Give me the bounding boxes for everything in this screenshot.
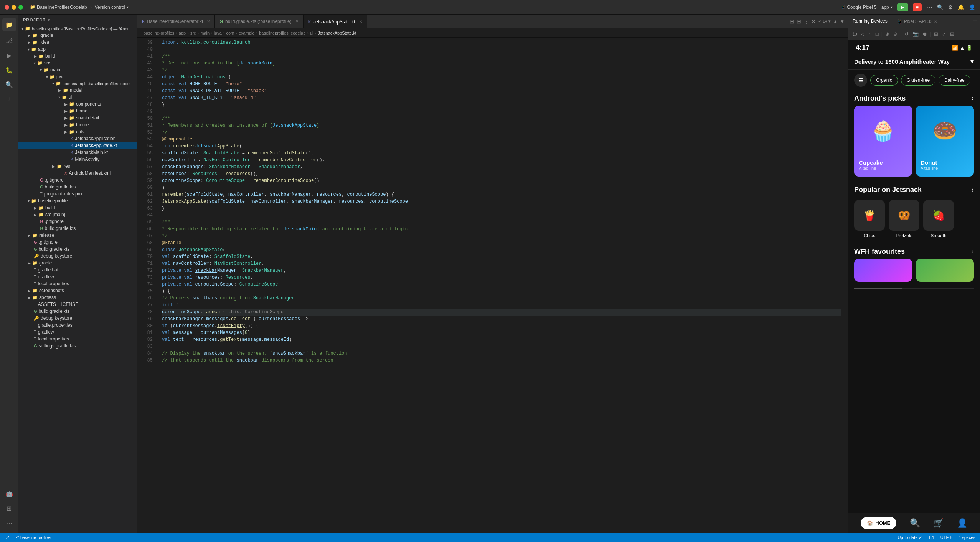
home-icon-toolbar[interactable]: ○ (868, 30, 873, 38)
add-device-button[interactable]: + (970, 15, 980, 28)
device-selector[interactable]: 📱 Google Pixel 5 (841, 5, 877, 10)
tree-item-settings-gradle[interactable]: G settings.gradle.kts (18, 342, 137, 349)
volume-up-icon[interactable]: ⊕ (884, 30, 891, 38)
popular-arrow-icon[interactable]: › (972, 186, 974, 194)
tree-item-main[interactable]: ▾ 📁 main (18, 66, 137, 73)
tree-item-utils[interactable]: ▶ 📁 utils (18, 128, 137, 135)
tree-item-gradlew[interactable]: T gradlew (18, 273, 137, 280)
tree-item-jetsnackapplication[interactable]: K JetsnackApplication (18, 135, 137, 142)
rotate-icon[interactable]: ↺ (903, 30, 910, 38)
tree-item-java[interactable]: ▾ 📁 java (18, 73, 137, 80)
tree-item-spotless[interactable]: ▶ 📁 spotless (18, 294, 137, 301)
filter-chip-gluten[interactable]: Gluten-free (901, 75, 935, 86)
tree-item-baselineprofile[interactable]: ▾ 📁 baselineprofile (18, 197, 137, 204)
tree-item-jetsnackappstate[interactable]: K JetsnackAppState.kt (18, 142, 137, 149)
profile-nav-icon[interactable]: 👤 (957, 518, 967, 528)
tree-item-local-props[interactable]: T local.properties (18, 280, 137, 287)
tree-item-root-gitignore[interactable]: G .gitignore (18, 239, 137, 246)
activity-icon-project[interactable]: 📁 (2, 18, 16, 31)
picks-arrow-icon[interactable]: › (972, 94, 974, 102)
more-icon[interactable]: ⋯ (926, 3, 932, 11)
stop-button[interactable]: ■ (913, 3, 922, 11)
tab-baselineprofile-generator[interactable]: K BaselineProfileGenerator.kt ✕ (137, 15, 215, 28)
tab-close-3[interactable]: ✕ (359, 20, 362, 24)
activity-icon-search[interactable]: 🔍 (2, 78, 16, 91)
filter-chip-dairy[interactable]: Dairy-free (939, 75, 970, 86)
tree-item-gradlew-bat[interactable]: T gradle.bat (18, 266, 137, 273)
activity-icon-git[interactable]: ± (2, 92, 16, 106)
activity-icon-run[interactable]: ▶ (2, 48, 16, 62)
tree-item-build-gradle-app[interactable]: G build.gradle.kts (18, 183, 137, 190)
cupcake-card[interactable]: 🧁 Cupcake A tag line (854, 106, 912, 177)
screen-record-icon[interactable]: ⏺ (921, 30, 929, 38)
tree-item-proguard[interactable]: T proguard-rules.pro (18, 190, 137, 197)
notifications-icon[interactable]: 🔔 (958, 4, 964, 10)
activity-icon-vcs[interactable]: ⎇ (2, 34, 16, 48)
tree-item-jetsnackmain[interactable]: K JetsnackMain.kt (18, 149, 137, 156)
tab-close-1[interactable]: ✕ (207, 19, 210, 23)
tree-item-screenshots[interactable]: ▶ 📁 screenshots (18, 287, 137, 294)
screenshot-icon[interactable]: 📷 (911, 30, 920, 38)
tree-item-root-gradle[interactable]: G build.gradle.kts (18, 246, 137, 253)
run-button[interactable]: ▶ (897, 3, 908, 11)
tree-item-bp-src[interactable]: ▶ 📁 src [main] (18, 211, 137, 218)
tree-item-bp-gitignore[interactable]: G .gitignore (18, 218, 137, 225)
git-branch-label[interactable]: ⎇ baseline-profiles (14, 535, 51, 540)
settings-icon[interactable]: ⚙ (948, 4, 953, 10)
tree-item-gradle[interactable]: ▶ 📁 .gradle (18, 32, 137, 39)
tree-item-build[interactable]: ▶ 📁 build (18, 53, 137, 59)
tree-item-root-build-gradle[interactable]: G build.gradle.kts (18, 308, 137, 315)
search-nav-icon[interactable]: 🔍 (910, 518, 920, 528)
back-icon[interactable]: ◁ (860, 30, 866, 38)
tree-item-gradle-dir[interactable]: ▶ 📁 gradle (18, 259, 137, 266)
tree-item-root-debug-keystore[interactable]: 🔑 debug.keystore (18, 315, 137, 322)
tab-icon-more[interactable]: ⋮ (803, 18, 809, 25)
cart-nav-icon[interactable]: 🛒 (933, 518, 944, 528)
tree-item-model[interactable]: ▶ 📁 model (18, 87, 137, 94)
tab-jetsnack-appstate[interactable]: K JetsnackAppState.kt ✕ (304, 15, 367, 28)
tree-item-root-gradle-props[interactable]: T gradle.properties (18, 322, 137, 329)
power-icon[interactable]: ⏻ (851, 30, 858, 38)
tree-item-mainactivity[interactable]: K MainActivity (18, 156, 137, 163)
running-devices-tab[interactable]: Running Devices (848, 15, 892, 28)
fullscreen-icon[interactable]: ⤢ (941, 30, 947, 38)
popular-chips[interactable]: 🍟 Chips (854, 200, 885, 238)
tree-item-root-local-props[interactable]: T local.properties (18, 335, 137, 342)
popular-smooth[interactable]: 🍓 Smooth (923, 200, 954, 238)
tab-arrow-up[interactable]: ▲ (833, 19, 838, 24)
tree-item-bp-gradle[interactable]: G build.gradle.kts (18, 225, 137, 232)
pixel-tab-close[interactable]: ✕ (934, 20, 937, 24)
tree-item-assets-license[interactable]: T ASSETS_LICENSE (18, 301, 137, 308)
tree-item-gitignore-app[interactable]: G .gitignore (18, 177, 137, 183)
delivery-bar[interactable]: Delivery to 1600 Amphitheater Way ▾ (848, 53, 980, 70)
nav-home-button[interactable]: 🏠 HOME (861, 517, 896, 529)
tree-item-theme[interactable]: ▶ 📁 theme (18, 121, 137, 128)
tab-icon-split[interactable]: ⊞ (790, 18, 794, 25)
maximize-button[interactable] (18, 5, 23, 10)
resize-icon[interactable]: ⊟ (949, 30, 955, 38)
activity-icon-more[interactable]: ⋯ (2, 516, 16, 530)
tree-item-components[interactable]: ▶ 📁 components (18, 101, 137, 107)
tab-icon-layout[interactable]: ⊟ (797, 18, 801, 25)
tab-close-2[interactable]: ✕ (295, 19, 299, 23)
wfh-arrow-icon[interactable]: › (972, 248, 974, 256)
minimize-button[interactable] (12, 5, 16, 10)
search-icon[interactable]: 🔍 (937, 4, 944, 10)
tab-arrow-down[interactable]: ▼ (840, 19, 845, 24)
tree-item-snackdetail[interactable]: ▶ 📁 snackdetail (18, 114, 137, 121)
tree-item-release[interactable]: ▶ 📁 release (18, 232, 137, 239)
tree-item-res[interactable]: ▶ 📁 res (18, 163, 137, 170)
activity-icon-android[interactable]: 🤖 (2, 487, 16, 501)
tree-item-src[interactable]: ▾ 📁 src (18, 59, 137, 66)
tree-item-idea[interactable]: ▶ 📁 .idea (18, 39, 137, 46)
volume-down-icon[interactable]: ⊖ (892, 30, 899, 38)
tree-item-bp-build[interactable]: ▶ 📁 build (18, 204, 137, 211)
tree-item-home[interactable]: ▶ 📁 home (18, 107, 137, 114)
version-control-label[interactable]: Version control ▾ (95, 5, 129, 10)
popular-pretzels[interactable]: 🥨 Pretzels (889, 200, 919, 238)
recents-icon[interactable]: □ (874, 30, 880, 38)
delivery-chevron-icon[interactable]: ▾ (970, 57, 974, 66)
donut-card[interactable]: 🍩 Donut A tag line (916, 106, 974, 177)
tree-item-root-gradlew[interactable]: T gradlew (18, 329, 137, 335)
tree-item-app[interactable]: ▾ 📁 app (18, 46, 137, 53)
